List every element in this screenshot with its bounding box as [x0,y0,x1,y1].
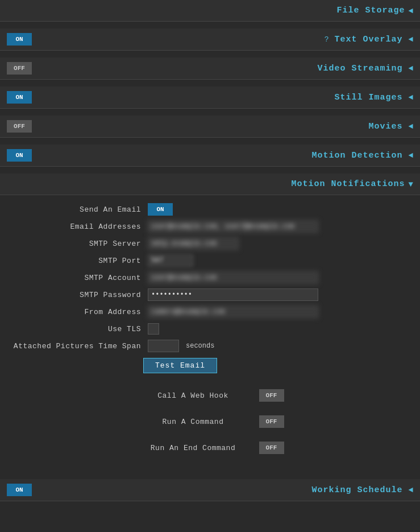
from-address-label: From Address [11,308,148,316]
use-tls-checkbox[interactable] [148,323,159,335]
text-overlay-help-icon[interactable]: ? [325,35,329,44]
run-command-toggle[interactable]: OFF [259,415,284,428]
from-address-input[interactable] [148,306,318,318]
text-overlay-title: Text Overlay [335,35,403,44]
run-end-command-row: Run An End Command OFF [0,435,420,461]
call-webhook-toggle[interactable]: OFF [259,389,284,402]
motion-notifications-arrow: ▼ [409,180,413,189]
video-streaming-toggle[interactable]: OFF [7,62,32,75]
run-end-command-toggle[interactable]: OFF [259,442,284,454]
smtp-server-label: SMTP Server [11,240,148,248]
text-overlay-arrow: ◄ [409,35,413,44]
smtp-password-row: SMTP Password [0,286,420,303]
smtp-server-row: SMTP Server [0,235,420,252]
smtp-port-label: SMTP Port [11,257,148,265]
from-address-row: From Address [0,303,420,320]
file-storage-arrow: ◄ [409,6,413,15]
still-images-title: Still Images [335,93,403,102]
working-schedule-toggle[interactable]: ON [7,484,32,496]
video-streaming-arrow: ◄ [409,64,413,73]
working-schedule-section[interactable]: ON Working Schedule ◄ [0,479,420,501]
run-command-row: Run A Command OFF [0,409,420,435]
smtp-port-row: SMTP Port [0,252,420,269]
text-overlay-section[interactable]: ON ? Text Overlay ◄ [0,28,420,51]
motion-detection-title: Motion Detection [312,151,403,160]
call-webhook-label: Call A Web Hook [136,391,250,400]
spacer-3 [0,80,420,86]
motion-notifications-section[interactable]: Motion Notifications ▼ [0,174,420,195]
spacer-1 [0,22,420,28]
smtp-port-input[interactable] [148,254,193,267]
movies-title: Movies [369,122,403,131]
video-streaming-section[interactable]: OFF Video Streaming ◄ [0,57,420,80]
spacer-4 [0,109,420,116]
video-streaming-title: Video Streaming [318,64,403,73]
file-storage-title: File Storage [337,6,405,15]
motion-notifications-content: Send An Email ON Email Addresses SMTP Se… [0,195,420,472]
movies-section[interactable]: OFF Movies ◄ [0,116,420,138]
smtp-account-input[interactable] [148,271,318,284]
run-end-command-label: Run An End Command [136,444,250,452]
still-images-arrow: ◄ [409,93,413,102]
email-addresses-input[interactable] [148,220,318,233]
attached-pictures-row: Attached Pictures Time Span seconds [0,337,420,354]
send-email-toggle[interactable]: ON [148,203,173,216]
email-addresses-row: Email Addresses [0,218,420,235]
send-email-row: Send An Email ON [0,201,420,218]
motion-detection-section[interactable]: ON Motion Detection ◄ [0,145,420,167]
still-images-section[interactable]: ON Still Images ◄ [0,86,420,109]
smtp-account-label: SMTP Account [11,274,148,282]
motion-notifications-title: Motion Notifications [292,179,405,189]
movies-arrow: ◄ [409,122,413,131]
attached-pictures-input[interactable] [148,340,179,352]
call-webhook-row: Call A Web Hook OFF [0,382,420,409]
spacer-2 [0,51,420,57]
spacer-6 [0,167,420,174]
motion-detection-arrow: ◄ [409,151,413,160]
email-addresses-label: Email Addresses [11,222,148,231]
attached-pictures-label: Attached Pictures Time Span [11,342,148,350]
spacer-5 [0,138,420,145]
still-images-toggle[interactable]: ON [7,91,32,104]
working-schedule-arrow: ◄ [409,485,413,494]
seconds-label: seconds [186,342,214,350]
text-overlay-toggle[interactable]: ON [7,33,32,46]
send-email-label: Send An Email [11,205,148,214]
smtp-account-row: SMTP Account [0,269,420,286]
use-tls-label: Use TLS [11,325,148,333]
file-storage-section[interactable]: File Storage ◄ [0,0,420,22]
inner-spacer-1 [0,373,420,382]
run-command-label: Run A Command [136,418,250,426]
use-tls-row: Use TLS [0,320,420,337]
smtp-password-label: SMTP Password [11,291,148,299]
spacer-7 [0,472,420,479]
smtp-server-input[interactable] [148,237,239,250]
smtp-password-input[interactable] [148,288,318,301]
working-schedule-title: Working Schedule [312,485,403,495]
movies-toggle[interactable]: OFF [7,120,32,133]
motion-detection-toggle[interactable]: ON [7,149,32,162]
test-email-button[interactable]: Test Email [143,358,217,373]
